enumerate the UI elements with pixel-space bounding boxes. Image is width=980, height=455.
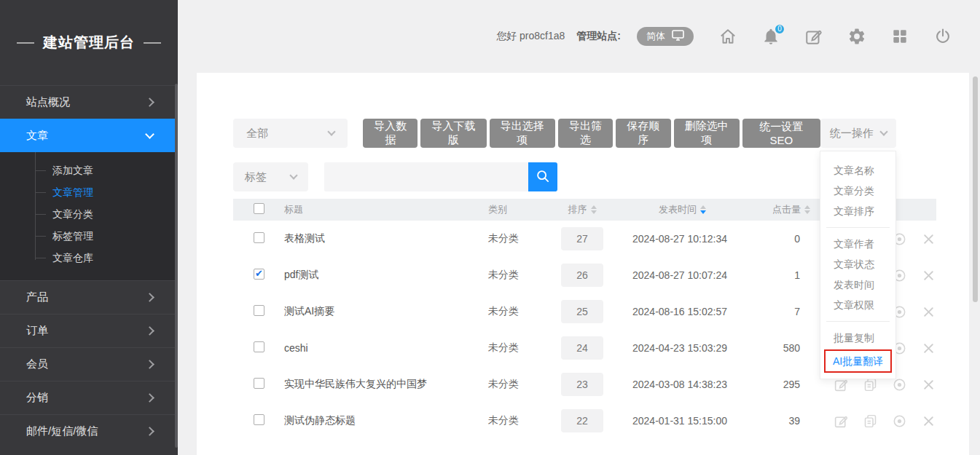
article-title[interactable]: 测试AI摘要 [265,305,469,318]
delete-x-icon[interactable] [921,232,936,247]
language-switcher[interactable]: 简体 [637,27,694,46]
unified-actions-menu: 文章名称文章分类文章排序文章作者文章状态发表时间文章权限批量复制AI批量翻译 [820,151,896,379]
user-greeting: 您好 pro8cf1a8 [496,30,565,43]
page-scrollbar[interactable] [973,76,978,302]
sidebar-subitem-2[interactable]: 文章分类 [0,203,178,225]
menu-item-1-1[interactable]: 文章状态 [820,254,895,274]
delete-x-icon[interactable] [921,414,936,429]
row-actions [829,414,936,429]
order-input[interactable]: 22 [561,409,603,432]
article-title[interactable]: 测试伪静态标题 [265,414,469,427]
sidebar-item-6[interactable]: 邮件/短信/微信 [0,414,178,448]
sidebar-item-2[interactable]: 产品 [0,280,178,314]
sidebar-subitem-0[interactable]: 添加文章 [0,159,178,181]
view-eye-icon[interactable] [892,414,907,429]
toolbar-button-4[interactable]: 保存顺序 [616,119,670,148]
app-title: 建站管理后台 [43,33,135,52]
sidebar-subitem-4[interactable]: 文章仓库 [0,247,178,269]
delete-x-icon[interactable] [921,268,936,283]
order-input[interactable]: 26 [561,264,603,287]
edit-icon[interactable] [804,27,823,46]
article-category: 未分类 [469,414,542,427]
sidebar-item-label: 邮件/短信/微信 [26,424,98,438]
sort-order-control[interactable] [591,205,597,214]
delete-x-icon[interactable] [921,377,936,392]
row-checkbox[interactable] [254,378,264,389]
toolbar-buttons: 导入数据导入下载版导出选择项导出筛选保存顺序删除选中项统一设置SEO [363,119,820,148]
publish-date: 2024-04-23 15:03:29 [622,342,768,354]
article-category: 未分类 [469,269,542,282]
search-input[interactable] [324,162,528,191]
article-title[interactable]: 表格测试 [265,232,469,245]
delete-x-icon[interactable] [921,341,936,356]
notifications-bell-icon[interactable]: 0 [761,27,780,46]
sort-date-control[interactable] [700,205,706,214]
chevron-right-icon [145,98,154,107]
article-category: 未分类 [469,232,542,245]
topbar-icons: 0 [718,27,952,46]
home-icon[interactable] [718,27,737,46]
menu-item-0-1[interactable]: 文章分类 [820,181,895,201]
row-checkbox[interactable] [254,305,264,316]
order-input[interactable]: 25 [561,300,603,323]
copy-icon[interactable] [863,414,878,429]
table-row-5: 测试伪静态标题 未分类 22 2024-01-31 15:15:00 39 [233,403,936,439]
sidebar-item-label: 站点概况 [26,95,70,109]
apps-grid-icon[interactable] [890,27,909,46]
menu-item-1-3[interactable]: 文章权限 [820,295,895,315]
sidebar-item-3[interactable]: 订单 [0,314,178,347]
delete-x-icon[interactable] [921,304,936,320]
monitor-icon [672,30,684,43]
menu-item-1-2[interactable]: 发表时间 [820,274,895,295]
language-label: 简体 [646,30,665,43]
power-logout-icon[interactable] [933,27,952,46]
row-checkbox[interactable] [254,232,264,243]
sidebar-item-label: 订单 [26,324,48,338]
order-input[interactable]: 24 [561,336,603,360]
category-filter-select[interactable]: 全部 [233,119,348,148]
row-checkbox[interactable] [254,269,264,280]
sidebar-submenu: 添加文章文章管理文章分类标签管理文章仓库 [0,152,178,280]
row-checkbox[interactable] [254,341,264,352]
sidebar-item-5[interactable]: 分销 [0,381,178,414]
column-order: 排序 [542,203,622,216]
order-input[interactable]: 27 [561,227,603,250]
unified-actions-dropdown[interactable]: 统一操作 [820,119,896,148]
sidebar-item-4[interactable]: 会员 [0,347,178,381]
menu-item-2-1[interactable]: AI批量翻译 [824,349,892,373]
select-all-checkbox[interactable] [254,203,264,214]
toolbar-button-2[interactable]: 导出选择项 [490,119,555,148]
settings-gear-icon[interactable] [847,27,866,46]
toolbar-button-0[interactable]: 导入数据 [363,119,418,148]
article-title[interactable]: 实现中华民族伟大复兴的中国梦 [265,378,469,391]
search-bar [324,162,557,191]
sidebar-item-0[interactable]: 站点概况 [0,85,178,119]
search-button[interactable] [528,162,557,191]
sidebar-item-1[interactable]: 文章 [0,119,178,152]
row-checkbox[interactable] [254,414,264,425]
toolbar-button-5[interactable]: 删除选中项 [674,119,740,148]
sidebar: 建站管理后台 站点概况文章添加文章文章管理文章分类标签管理文章仓库产品订单会员分… [0,0,178,455]
toolbar-button-1[interactable]: 导入下载版 [420,119,486,148]
sidebar-subitem-3[interactable]: 标签管理 [0,225,178,247]
publish-date: 2024-01-31 15:15:00 [622,415,768,427]
toolbar-button-3[interactable]: 导出筛选 [558,119,613,148]
topbar: 您好 pro8cf1a8 管理站点: 简体 0 [178,0,980,73]
publish-date: 2024-08-16 15:02:57 [622,306,768,317]
menu-item-1-0[interactable]: 文章作者 [820,234,895,254]
sidebar-subitem-1[interactable]: 文章管理 [0,181,178,203]
article-title[interactable]: pdf测试 [265,269,469,282]
publish-date: 2024-03-08 14:38:23 [622,379,768,390]
edit-icon[interactable] [834,414,849,429]
tag-filter-select[interactable]: 标签 [233,162,308,191]
menu-item-0-2[interactable]: 文章排序 [820,201,895,221]
order-input[interactable]: 23 [561,373,603,396]
sort-clicks-control[interactable] [804,205,810,214]
toolbar-button-6[interactable]: 统一设置SEO [742,119,820,148]
article-title[interactable]: ceshi [265,342,469,354]
menu-item-0-0[interactable]: 文章名称 [820,160,895,181]
column-category: 类别 [469,203,542,216]
chevron-right-icon [145,360,154,369]
menu-item-2-0[interactable]: 批量复制 [820,328,895,348]
chevron-down-icon [327,127,335,135]
